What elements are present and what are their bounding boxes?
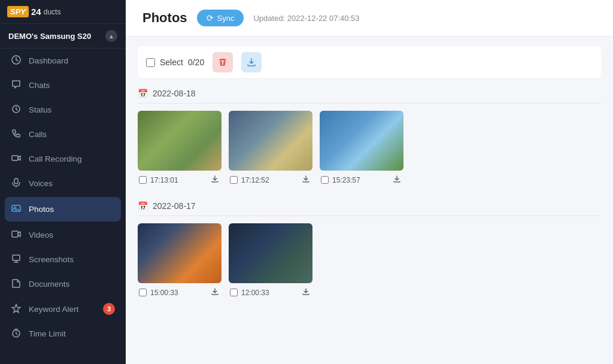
date-label-1: 2022-08-17: [153, 201, 196, 211]
date-section-0: 📅 2022-08-18 17:13:01: [138, 89, 601, 189]
screenshots-label: Screenshots: [29, 255, 115, 264]
photo-item-0-0: 17:13:01: [138, 111, 221, 189]
content-area: Select 0/20 📅 2022-08-18: [126, 37, 613, 364]
logo-products: ducts: [44, 8, 61, 16]
photo-download-0-1[interactable]: [301, 174, 311, 186]
photos-label: Photos: [29, 205, 115, 214]
photo-checkbox-0-1[interactable]: [230, 176, 238, 184]
page-title: Photos: [142, 10, 187, 26]
select-text: Select: [160, 57, 183, 67]
keyword-alert-icon: [11, 304, 22, 315]
sidebar-item-calls[interactable]: Calls: [0, 122, 126, 147]
photo-time-0-1: 17:12:52: [241, 176, 269, 184]
chevron-up-icon[interactable]: ▲: [105, 30, 117, 42]
photo-thumb-1-0[interactable]: [138, 223, 221, 283]
sidebar-item-photos[interactable]: Photos: [5, 197, 121, 222]
photo-checkbox-0-0[interactable]: [139, 176, 147, 184]
voices-label: Voices: [29, 179, 115, 188]
sync-label: Sync: [217, 14, 235, 23]
time-limit-label: Time Limit: [29, 329, 115, 338]
videos-label: Videos: [29, 230, 115, 239]
device-name: DEMO's Samsung S20: [8, 32, 91, 41]
select-bar: Select 0/20: [138, 46, 601, 79]
photo-thumb-0-2[interactable]: [320, 111, 403, 171]
sidebar-item-screenshots[interactable]: Screenshots: [0, 247, 126, 272]
date-header-0: 📅 2022-08-18: [138, 89, 601, 104]
main-content: Photos ⟳ Sync Updated: 2022-12-22 07:40:…: [126, 0, 613, 364]
photo-footer-1-1: 12:00:33: [229, 283, 312, 302]
documents-icon: [11, 278, 22, 290]
photo-footer-0-1: 17:12:52: [229, 171, 312, 189]
screenshots-icon: [11, 254, 22, 265]
sidebar-item-videos[interactable]: Videos: [0, 223, 126, 247]
svg-rect-8: [13, 255, 20, 260]
dashboard-icon: [11, 55, 22, 66]
calls-label: Calls: [29, 130, 115, 139]
photo-item-0-1: 17:12:52: [229, 111, 312, 189]
updated-text: Updated: 2022-12-22 07:40:53: [253, 14, 359, 23]
svg-rect-3: [14, 178, 18, 184]
select-all-checkbox[interactable]: [146, 58, 155, 67]
time-limit-icon: [11, 328, 22, 339]
logo-spy: SPY: [7, 6, 29, 17]
documents-label: Documents: [29, 280, 115, 289]
sidebar-item-documents[interactable]: Documents: [0, 272, 126, 296]
photo-download-1-1[interactable]: [301, 286, 311, 299]
select-label[interactable]: Select 0/20: [146, 57, 204, 67]
chats-label: Chats: [29, 81, 115, 90]
logo: SPY 24 ducts: [7, 6, 60, 17]
photos-grid-0: 17:13:01 17:12:52: [138, 111, 601, 189]
chats-icon: [11, 80, 22, 91]
photos-icon: [11, 204, 22, 215]
sidebar-item-keyword-alert[interactable]: Keyword Alert 3: [0, 296, 126, 321]
calendar-icon-1: 📅: [138, 201, 148, 211]
photo-item-0-2: 15:23:57: [320, 111, 403, 189]
call-recording-icon: [11, 153, 22, 165]
photo-thumb-1-1[interactable]: [229, 223, 312, 283]
photo-time-0-2: 15:23:57: [332, 176, 360, 184]
delete-button[interactable]: [213, 52, 233, 72]
sync-icon: ⟳: [207, 13, 214, 23]
photo-checkbox-0-2[interactable]: [321, 176, 329, 184]
photo-footer-0-2: 15:23:57: [320, 171, 403, 189]
photo-time-0-0: 17:13:01: [150, 176, 178, 184]
sidebar-item-call-recording[interactable]: Call Recording: [0, 147, 126, 171]
photos-grid-1: 15:00:33 12:00:33: [138, 223, 601, 302]
sidebar: SPY 24 ducts DEMO's Samsung S20 ▲ Dashbo…: [0, 0, 126, 364]
status-icon: [11, 104, 22, 116]
photo-thumb-0-0[interactable]: [138, 111, 221, 171]
device-info[interactable]: DEMO's Samsung S20 ▲: [0, 24, 126, 48]
photo-thumb-0-1[interactable]: [229, 111, 312, 171]
calendar-icon-0: 📅: [138, 89, 148, 98]
photo-download-0-2[interactable]: [392, 174, 402, 186]
sidebar-item-time-limit[interactable]: Time Limit: [0, 321, 126, 346]
photo-item-1-0: 15:00:33: [138, 223, 221, 302]
svg-rect-7: [12, 231, 18, 237]
photo-footer-1-0: 15:00:33: [138, 283, 221, 302]
photo-checkbox-1-0[interactable]: [139, 289, 147, 296]
keyword-alert-label: Keyword Alert: [29, 305, 96, 314]
videos-icon: [11, 229, 22, 241]
sidebar-item-chats[interactable]: Chats: [0, 73, 126, 98]
photo-time-1-0: 15:00:33: [150, 289, 178, 297]
main-header: Photos ⟳ Sync Updated: 2022-12-22 07:40:…: [126, 0, 613, 37]
photo-checkbox-1-1[interactable]: [230, 289, 238, 296]
download-all-button[interactable]: [241, 52, 262, 72]
sidebar-item-dashboard[interactable]: Dashboard: [0, 48, 126, 73]
photo-download-1-0[interactable]: [210, 286, 220, 299]
call-recording-label: Call Recording: [29, 154, 115, 163]
sync-button[interactable]: ⟳ Sync: [197, 10, 244, 26]
date-section-1: 📅 2022-08-17 15:00:33: [138, 201, 601, 302]
sidebar-item-status[interactable]: Status: [0, 98, 126, 122]
keyword-alert-badge: 3: [103, 303, 115, 315]
dashboard-label: Dashboard: [29, 56, 115, 65]
photo-item-1-1: 12:00:33: [229, 223, 312, 302]
status-label: Status: [29, 105, 115, 114]
sidebar-item-voices[interactable]: Voices: [0, 171, 126, 196]
calls-icon: [11, 129, 22, 140]
logo-number: 24: [31, 7, 41, 17]
date-label-0: 2022-08-18: [153, 89, 196, 98]
sidebar-header: SPY 24 ducts: [0, 0, 126, 24]
select-count: 0/20: [188, 57, 204, 67]
photo-download-0-0[interactable]: [210, 174, 220, 186]
